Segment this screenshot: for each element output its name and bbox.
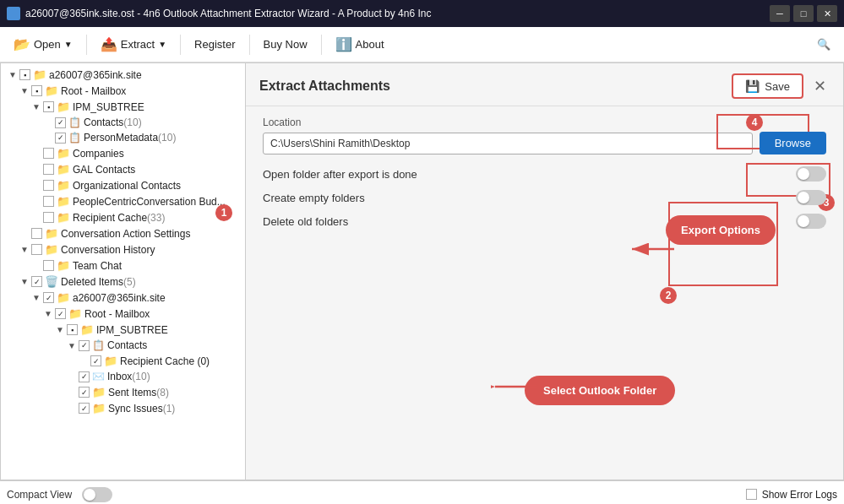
callout-export: Export Options xyxy=(666,215,776,245)
expand-icon xyxy=(67,387,77,398)
toggle-delete-folders[interactable] xyxy=(796,214,826,229)
tree-checkbox[interactable] xyxy=(67,324,78,335)
menu-sep-1 xyxy=(86,35,87,55)
tree-checkbox[interactable] xyxy=(31,85,42,96)
expand-icon: ▼ xyxy=(31,102,41,112)
folder-icon: 📁 xyxy=(57,100,70,113)
menu-register[interactable]: Register xyxy=(188,35,242,54)
menu-open[interactable]: 📂 Open ▼ xyxy=(7,33,79,56)
location-row: Browse xyxy=(263,132,826,154)
tree-checkbox[interactable] xyxy=(31,228,42,239)
save-icon: 💾 xyxy=(745,79,760,93)
tree-checkbox[interactable] xyxy=(79,403,90,414)
expand-icon xyxy=(79,356,89,366)
tree-item-root-account[interactable]: ▼ 📁 a26007@365ink.site xyxy=(1,67,245,83)
title-bar: a26007@365ink.site.ost - 4n6 Outlook Att… xyxy=(0,0,844,27)
tree-item-peoplecentric[interactable]: 📁 PeopleCentricConversation Bud... xyxy=(1,193,245,209)
browse-button[interactable]: Browse xyxy=(760,132,826,154)
menu-about[interactable]: ℹ️ About xyxy=(329,33,391,56)
callout-folder: Select Outlook Folder xyxy=(525,376,675,405)
expand-icon xyxy=(67,404,77,414)
tree-checkbox[interactable] xyxy=(31,276,42,287)
tree-item-contacts-1[interactable]: 📋 Contacts (10) xyxy=(1,115,245,130)
tree-checkbox[interactable] xyxy=(43,148,54,159)
tree-checkbox[interactable] xyxy=(43,212,54,223)
tree-item-recipient-cache-2[interactable]: 📁 Recipient Cache (0) xyxy=(1,353,245,369)
contact-icon: 📋 xyxy=(68,117,81,128)
toggle-create-folders[interactable] xyxy=(796,190,826,205)
tree-item-inbox[interactable]: ✉️ Inbox (10) xyxy=(1,369,245,384)
folder-icon: 📁 xyxy=(57,259,70,272)
expand-icon xyxy=(31,165,41,175)
tree-item-contacts-2[interactable]: ▼ 📋 Contacts xyxy=(1,338,245,353)
tree-item-org-contacts[interactable]: 📁 Organizational Contacts xyxy=(1,177,245,193)
tree-checkbox[interactable] xyxy=(43,101,54,112)
tree-item-companies[interactable]: 📁 Companies xyxy=(1,145,245,161)
compact-view-toggle[interactable] xyxy=(82,487,112,502)
badge-4: 4 xyxy=(746,114,763,131)
expand-icon xyxy=(31,261,41,271)
tree-checkbox[interactable] xyxy=(43,180,54,191)
tree-panel: ▼ 📁 a26007@365ink.site ▼ 📁 Root - Mailbo… xyxy=(1,63,246,480)
menu-extract[interactable]: 📤 Extract ▼ xyxy=(94,33,173,56)
minimize-button[interactable]: ─ xyxy=(770,5,790,22)
tree-item-team-chat[interactable]: 📁 Team Chat xyxy=(1,257,245,274)
option-label-2: Create empty folders xyxy=(263,192,796,204)
browse-btn-wrapper: Browse xyxy=(760,132,826,154)
folder-icon: 📁 xyxy=(45,227,58,240)
menu-sep-2 xyxy=(180,35,181,55)
tree-item-personmetadata[interactable]: 📋 PersonMetadata (10) xyxy=(1,130,245,145)
save-button[interactable]: 💾 Save xyxy=(732,73,803,99)
extract-title: Extract Attachments xyxy=(259,79,390,94)
open-chevron: ▼ xyxy=(64,40,73,49)
show-errors-label: Show Error Logs xyxy=(762,489,837,501)
arrow-folder-svg xyxy=(491,374,542,399)
location-input[interactable] xyxy=(263,133,753,154)
tree-checkbox[interactable] xyxy=(55,133,66,144)
expand-icon: ▼ xyxy=(19,277,30,287)
tree-item-sent-items[interactable]: 📁 Sent Items (8) xyxy=(1,384,245,400)
compact-view-label: Compact View xyxy=(7,489,72,501)
tree-item-deleted-items[interactable]: ▼ 🗑️ Deleted Items (5) xyxy=(1,274,245,290)
window-close-button[interactable]: ✕ xyxy=(817,5,837,22)
tree-item-ipm-subtree-2[interactable]: ▼ 📁 IPM_SUBTREE xyxy=(1,322,245,338)
toggle-open-folder[interactable] xyxy=(796,166,826,182)
close-button[interactable]: ✕ xyxy=(810,73,830,99)
tree-checkbox[interactable] xyxy=(90,355,101,366)
menu-bar: 📂 Open ▼ 📤 Extract ▼ Register Buy Now ℹ️… xyxy=(0,27,844,62)
tree-checkbox[interactable] xyxy=(79,340,90,351)
show-errors-checkbox[interactable] xyxy=(746,489,757,500)
location-label: Location xyxy=(263,117,826,128)
tree-checkbox[interactable] xyxy=(43,164,54,175)
tree-checkbox[interactable] xyxy=(43,292,54,303)
tree-checkbox[interactable] xyxy=(43,196,54,207)
tree-item-gal-contacts[interactable]: 📁 GAL Contacts xyxy=(1,161,245,177)
menu-buy-now[interactable]: Buy Now xyxy=(257,35,314,54)
tree-item-conv-action[interactable]: 📁 Conversation Action Settings xyxy=(1,225,245,241)
search-button[interactable]: 🔍 xyxy=(810,31,837,58)
tree-checkbox[interactable] xyxy=(55,117,66,128)
tree-checkbox[interactable] xyxy=(31,244,42,255)
tree-item-root-mailbox-1[interactable]: ▼ 📁 Root - Mailbox xyxy=(1,83,245,99)
tree-item-ipm-subtree-1[interactable]: ▼ 📁 IPM_SUBTREE xyxy=(1,99,245,115)
contact-icon: 📋 xyxy=(68,132,81,144)
expand-icon xyxy=(19,229,30,239)
tree-checkbox[interactable] xyxy=(55,308,66,319)
tree-checkbox[interactable] xyxy=(79,371,90,382)
folder-icon: 📁 xyxy=(104,355,117,367)
folder-icon: 📁 xyxy=(68,307,82,320)
tree-checkbox[interactable] xyxy=(79,387,90,398)
folder-icon: 📁 xyxy=(57,179,70,192)
save-btn-wrapper: 💾 Save xyxy=(732,73,803,99)
tree-item-recipient-cache-1[interactable]: 📁 Recipient Cache (33) xyxy=(1,209,245,225)
tree-item-account-2[interactable]: ▼ 📁 a26007@365ink.site xyxy=(1,290,245,306)
maximize-button[interactable]: □ xyxy=(793,5,814,22)
folder-icon: 🗑️ xyxy=(45,275,58,288)
tree-checkbox[interactable] xyxy=(43,260,54,271)
folder-icon: 📁 xyxy=(92,402,106,415)
option-row-1: Open folder after export is done xyxy=(263,166,826,182)
tree-item-sync-issues[interactable]: 📁 Sync Issues (1) xyxy=(1,400,245,416)
tree-item-root-mailbox-2[interactable]: ▼ 📁 Root - Mailbox xyxy=(1,306,245,322)
tree-checkbox[interactable] xyxy=(19,69,30,80)
tree-item-conv-history[interactable]: ▼ 📁 Conversation History xyxy=(1,241,245,257)
